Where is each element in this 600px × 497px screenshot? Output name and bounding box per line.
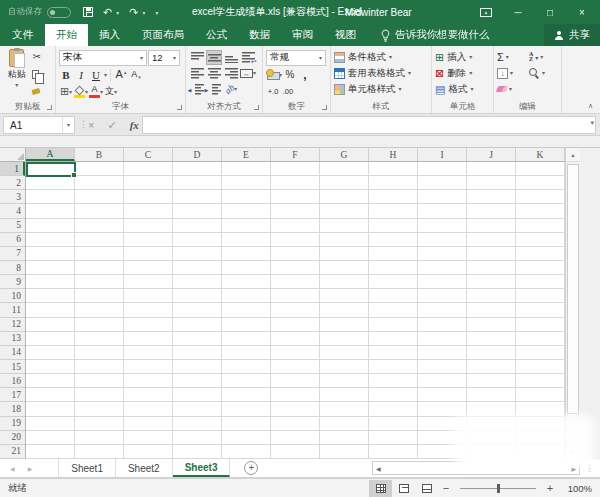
accounting-format-button[interactable]: ▾ [266,67,282,82]
row-header-7[interactable]: 7 [0,247,25,261]
font-name-combo[interactable]: 宋体▾ [59,50,147,66]
clipboard-dialog-launcher-icon[interactable] [47,105,52,110]
row-header-1[interactable]: 1 [0,162,25,176]
ribbon-display-options-button[interactable]: ▴ [470,0,502,24]
sheet-tab-sheet1[interactable]: Sheet1 [58,459,116,477]
tab-数据[interactable]: 数据 [238,24,281,46]
row-header-12[interactable]: 12 [0,318,25,332]
undo-icon[interactable]: ↶ [103,7,112,18]
fill-color-button[interactable]: ▾ [74,84,88,99]
column-header-C[interactable]: C [124,148,173,161]
format-as-table-button[interactable]: 套用表格格式▾ [334,65,428,81]
sheet-tab-sheet3[interactable]: Sheet3 [173,459,231,477]
zoom-slider[interactable] [460,488,536,489]
row-header-20[interactable]: 20 [0,431,25,445]
page-break-view-button[interactable] [415,480,438,497]
decrease-decimal-button[interactable]: .00 [281,84,295,99]
select-all-corner[interactable] [0,148,26,162]
font-color-button[interactable]: A▾ [89,84,103,99]
wrap-text-button[interactable]: ↩ [240,50,256,65]
row-header-16[interactable]: 16 [0,374,25,388]
format-cells-button[interactable]: ▤格式▾ [435,81,490,97]
zoom-level[interactable]: 100% [558,483,592,494]
column-header-K[interactable]: K [516,148,565,161]
comma-style-button[interactable]: , [298,67,312,82]
font-size-combo[interactable]: 12▾ [148,50,180,66]
cancel-icon[interactable]: × [88,119,94,131]
name-box[interactable]: A1▾ [3,116,75,134]
insert-cells-button[interactable]: ⊞插入▾ [435,49,490,65]
row-header-10[interactable]: 10 [0,289,25,303]
align-top-button[interactable] [189,50,205,65]
row-header-3[interactable]: 3 [0,190,25,204]
row-header-9[interactable]: 9 [0,275,25,289]
row-header-6[interactable]: 6 [0,233,25,247]
row-header-2[interactable]: 2 [0,176,25,190]
insert-function-icon[interactable]: fx [130,119,139,131]
page-layout-view-button[interactable] [392,480,415,497]
fill-button[interactable]: ↓▾ [497,65,529,81]
row-header-21[interactable]: 21 [0,445,25,459]
shrink-font-button[interactable]: A▾ [129,67,143,82]
autosave-toggle[interactable] [47,7,71,18]
scroll-up-icon[interactable]: ▴ [566,148,580,162]
tab-file[interactable]: 文件 [0,24,45,46]
prev-sheet-icon[interactable]: ◀ [10,465,15,472]
zoom-out-button[interactable]: − [438,482,454,494]
tab-视图[interactable]: 视图 [324,24,367,46]
alignment-dialog-launcher-icon[interactable] [254,105,259,110]
column-header-B[interactable]: B [75,148,124,161]
number-dialog-launcher-icon[interactable] [322,105,327,110]
italic-button[interactable]: I [74,67,88,82]
row-header-19[interactable]: 19 [0,417,25,431]
grow-font-button[interactable]: A▴ [114,67,128,82]
percent-style-button[interactable]: % [283,67,297,82]
row-header-14[interactable]: 14 [0,346,25,360]
number-format-combo[interactable]: 常规▾ [266,50,326,66]
find-select-button[interactable]: ▾ [529,65,561,81]
user-name[interactable]: Midwinter Bear [345,7,412,18]
format-painter-button[interactable] [32,85,40,98]
column-header-F[interactable]: F [271,148,320,161]
align-center-button[interactable] [206,66,222,81]
phonetic-guide-button[interactable]: 文▾ [104,84,118,99]
clear-button[interactable]: ▾ [497,81,529,97]
next-sheet-icon[interactable]: ▶ [28,465,33,472]
minimize-button[interactable]: ─ [502,0,534,24]
enter-check-icon[interactable]: ✓ [107,119,116,132]
column-header-G[interactable]: G [320,148,369,161]
maximize-button[interactable]: □ [534,0,566,24]
sort-filter-button[interactable]: AZ▾▾ [529,49,561,65]
formula-bar-splitter-icon[interactable]: ⋮ [79,119,88,129]
delete-cells-button[interactable]: ⊠删除▾ [435,65,490,81]
align-middle-button[interactable] [206,50,222,65]
close-button[interactable]: × [566,0,598,24]
vertical-scroll-thumb[interactable] [567,164,579,414]
scroll-left-icon[interactable]: ◀ [376,465,381,472]
tab-公式[interactable]: 公式 [195,24,238,46]
zoom-slider-thumb[interactable] [497,484,500,493]
column-header-A[interactable]: A [26,148,75,161]
row-header-15[interactable]: 15 [0,360,25,374]
orientation-button[interactable]: ab▾ [223,82,239,97]
column-header-J[interactable]: J [467,148,516,161]
merge-center-button[interactable]: ↔▾ [240,66,256,81]
bold-button[interactable]: B [59,67,73,82]
tab-插入[interactable]: 插入 [88,24,131,46]
tab-开始[interactable]: 开始 [45,24,88,46]
formula-input[interactable] [142,116,596,134]
new-sheet-button[interactable]: + [244,461,258,475]
column-header-I[interactable]: I [418,148,467,161]
column-header-E[interactable]: E [222,148,271,161]
redo-dropdown-icon[interactable]: ▾ [142,9,145,16]
tell-me-box[interactable]: 告诉我你想要做什么 [381,24,490,46]
redo-icon[interactable]: ↷ [129,7,138,18]
column-header-D[interactable]: D [173,148,222,161]
row-header-17[interactable]: 17 [0,388,25,402]
font-dialog-launcher-icon[interactable] [177,105,182,110]
share-button[interactable]: 共享 [544,24,600,46]
cell-styles-button[interactable]: 单元格样式▾ [334,81,428,97]
increase-decimal-button[interactable]: +.0 [266,84,280,99]
underline-dropdown-icon[interactable]: ▾ [104,72,107,78]
autosum-button[interactable]: Σ▾ [497,49,529,65]
